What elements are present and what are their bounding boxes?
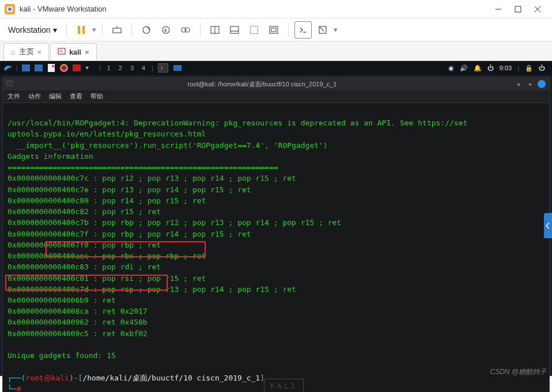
dropdown-caret-icon[interactable]: ▾ [92, 25, 96, 34]
close-button[interactable] [528, 1, 547, 17]
gadget-row: 0x0000000000400c80 : pop r14 ; pop r15 ;… [7, 196, 206, 205]
menu-edit[interactable]: 编辑 [49, 92, 62, 101]
fullscreen-icon[interactable] [245, 21, 263, 39]
menu-view[interactable]: 查看 [70, 92, 82, 101]
tray-network-icon[interactable]: ⏻ [487, 64, 494, 71]
prompt-line: ┌──( [7, 374, 25, 382]
gadget-row: 0x00000000004009c5 : ret 0xbf02 [7, 329, 148, 338]
gadget-row: 0x0000000000400aec : pop rbx ; pop rbp ;… [7, 252, 206, 260]
running-terminal-icon[interactable] [158, 63, 168, 73]
folder-icon[interactable] [34, 63, 43, 73]
menu-help[interactable]: 帮助 [90, 92, 103, 101]
tray-notifications-icon[interactable]: 🔔 [474, 64, 482, 72]
csdn-watermark: CSDN @糖醋鸽子 [490, 367, 546, 377]
workstation-menu[interactable]: Workstation ▾ [5, 23, 61, 37]
term-line: uptools.pypa.io/en/latest/pkg_resources.… [7, 130, 206, 138]
svg-rect-32 [73, 64, 81, 71]
workspace-3[interactable]: 3 [128, 64, 135, 71]
tab-close-icon[interactable]: × [85, 48, 89, 56]
svg-line-23 [319, 26, 324, 31]
workspace-4[interactable]: 4 [140, 64, 147, 71]
prompt-path: /home/kali/桌面/buuctf/10 ciscn_2019_c_1 [82, 374, 260, 382]
text-editor-icon[interactable] [47, 63, 56, 73]
svg-rect-34 [6, 81, 13, 86]
tab-home[interactable]: ⌂ 主页 × [3, 43, 49, 60]
maximize-button[interactable] [508, 1, 528, 17]
svg-rect-6 [78, 26, 80, 34]
term-line: /usr/local/bin/ROPgadget:4: DeprecationW… [7, 119, 467, 127]
unique-gadgets: Unique gadgets found: 15 [7, 351, 116, 360]
terminal-minimize-icon[interactable]: ● [515, 80, 523, 88]
term-line: __import__('pkg_resources').run_script('… [7, 141, 328, 150]
running-folder-icon[interactable] [173, 63, 182, 73]
vmware-app-icon [5, 4, 15, 14]
term-line: Gadgets information [7, 152, 93, 161]
svg-rect-27 [35, 64, 38, 66]
terminal-title-text: root@kali: /home/kali/桌面/buuctf/10 ciscn… [13, 80, 511, 89]
vm-display[interactable]: | ▼ | 1 2 3 4 | ◉ 🔊 🔔 ⏻ 9:03 | 🔒 [0, 61, 552, 376]
terminal-body[interactable]: /usr/local/bin/ROPgadget:4: DeprecationW… [3, 103, 549, 392]
terminal-shortcut-icon[interactable] [294, 21, 312, 39]
svg-rect-8 [113, 28, 121, 33]
file-manager-icon[interactable] [21, 63, 31, 73]
svg-rect-3 [515, 6, 521, 12]
svg-rect-16 [230, 26, 239, 33]
svg-point-13 [185, 28, 190, 32]
svg-rect-1 [8, 7, 11, 10]
dropdown-caret-icon[interactable]: ▾ [334, 25, 338, 34]
terminal-close-icon[interactable] [538, 80, 546, 88]
window-title: kali - VMware Workstation [20, 5, 489, 13]
revert-snapshot-icon[interactable] [157, 21, 175, 39]
term-line: ========================================… [7, 163, 278, 172]
gadget-row: 0x0000000000400c7f : pop rbp ; pop r14 ;… [7, 230, 251, 238]
separator [102, 23, 103, 37]
chevron-down-icon[interactable]: ▼ [85, 65, 90, 71]
terminal-window: root@kali: /home/kali/桌面/buuctf/10 ciscn… [2, 77, 550, 392]
terminal-titlebar[interactable]: root@kali: /home/kali/桌面/buuctf/10 ciscn… [3, 78, 549, 90]
svg-point-31 [62, 66, 66, 70]
menu-actions[interactable]: 动作 [28, 92, 41, 101]
pause-button[interactable] [73, 21, 90, 39]
taskbar-separator: | [99, 64, 101, 71]
send-keys-icon[interactable] [108, 21, 126, 39]
terminal-app-icon [6, 81, 13, 87]
chevron-down-icon: ▾ [53, 25, 57, 35]
svg-rect-28 [48, 64, 55, 72]
minimize-button[interactable] [489, 1, 508, 17]
prompt-at: ㉿ [44, 374, 51, 382]
kali-taskbar: | ▼ | 1 2 3 4 | ◉ 🔊 🔔 ⏻ 9:03 | 🔒 [0, 61, 552, 75]
kali-dragon-icon[interactable] [3, 63, 13, 73]
terminal-maximize-icon[interactable]: ● [526, 80, 534, 88]
tab-strip: ⌂ 主页 × kali × [0, 41, 552, 61]
tray-power-icon[interactable]: ⏻ [539, 64, 545, 71]
terminal-menubar: 文件 动作 编辑 查看 帮助 [3, 90, 549, 103]
svg-rect-7 [82, 26, 85, 34]
menu-file[interactable]: 文件 [7, 92, 20, 101]
tray-lock-icon[interactable]: 🔒 [525, 64, 533, 72]
right-sidebar-toggle[interactable] [544, 213, 552, 238]
view-console-icon[interactable] [226, 21, 243, 39]
vm-icon [58, 47, 66, 57]
tab-home-label: 主页 [19, 47, 34, 57]
tray-time[interactable]: 9:03 [500, 64, 512, 71]
taskbar-separator: | [152, 64, 153, 71]
tray-volume-icon[interactable]: 🔊 [460, 64, 468, 72]
unity-icon[interactable] [265, 21, 282, 39]
gadget-row: 0x00000000004007f0 : pop rbp ; ret [7, 241, 161, 249]
toolbar: Workstation ▾ ▾ ▾ [0, 18, 552, 41]
home-icon: ⌂ [11, 48, 16, 56]
firefox-icon[interactable] [59, 63, 69, 73]
snapshot-icon[interactable] [138, 21, 155, 39]
terminal-app-icon[interactable] [72, 63, 81, 73]
manage-snapshots-icon[interactable] [177, 21, 194, 39]
gadget-row: 0x0000000000400c7e : pop r13 ; pop r14 ;… [7, 185, 251, 194]
view-single-icon[interactable] [206, 21, 224, 39]
tab-close-icon[interactable]: × [37, 48, 42, 56]
tray-record-icon[interactable]: ◉ [448, 64, 454, 72]
workspace-1[interactable]: 1 [105, 64, 112, 71]
prompt-host: kali [51, 374, 69, 382]
stretch-icon[interactable] [314, 21, 331, 39]
workspace-2[interactable]: 2 [117, 64, 124, 71]
tab-kali[interactable]: kali × [50, 43, 96, 60]
gadget-row: 0x0000000000400c7b : pop rbp ; pop r12 ;… [7, 218, 341, 227]
